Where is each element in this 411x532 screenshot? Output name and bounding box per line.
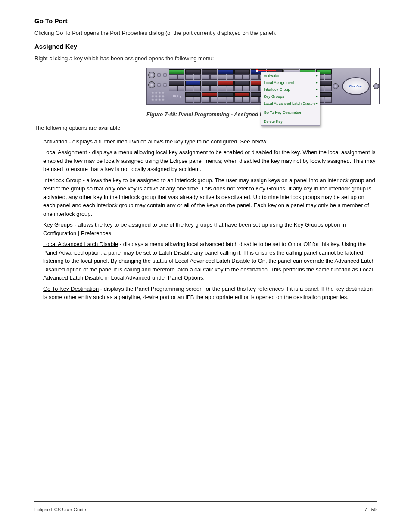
menu-separator — [263, 108, 318, 108]
panel-key[interactable] — [218, 69, 234, 80]
footer-page-number: 7 - 59 — [364, 507, 377, 512]
volume-knob-icon — [333, 83, 339, 89]
definition-item: Activation - displays a further menu whi… — [43, 137, 377, 146]
definition-item: Local Advanced Latch Disable - displays … — [43, 240, 377, 282]
menu-separator — [263, 117, 318, 117]
definition-term: Local Advanced Latch Disable — [43, 241, 118, 247]
talk-button[interactable] — [202, 97, 210, 103]
key-display — [218, 81, 234, 86]
definition-body: - allows the key to be assigned to an in… — [43, 177, 375, 217]
talk-button[interactable] — [234, 86, 243, 91]
definition-body: - displays a further menu which allows t… — [67, 138, 268, 145]
menu-item-local-assignment[interactable]: Local Assignment — [261, 79, 320, 86]
talk-button[interactable] — [169, 74, 177, 80]
talk-button[interactable] — [185, 86, 193, 91]
level-button[interactable] — [243, 74, 250, 80]
jack-icon — [163, 73, 167, 77]
level-button[interactable] — [194, 74, 201, 80]
footer-rule — [34, 501, 377, 502]
level-button[interactable] — [227, 97, 234, 103]
panel-key[interactable] — [185, 81, 201, 91]
panel-key[interactable] — [202, 81, 217, 91]
level-button[interactable] — [194, 97, 201, 103]
panel-device: Reply ActivationLocal AssignmentInterloc… — [146, 68, 371, 105]
key-display — [202, 81, 217, 86]
panel-key[interactable] — [202, 69, 217, 80]
key-display — [185, 92, 201, 97]
paragraph: Right-clicking a key which has been assi… — [34, 54, 377, 63]
key-display — [218, 92, 234, 97]
rack-ear-right — [379, 68, 380, 104]
level-button[interactable] — [227, 86, 234, 91]
definition-body: - displays a menu allowing local key ass… — [43, 149, 376, 172]
panel-key[interactable] — [234, 69, 250, 80]
menu-item-delete-key[interactable]: Delete Key — [261, 118, 320, 125]
talk-button[interactable] — [251, 97, 259, 103]
xlr-connector-icon — [148, 72, 155, 78]
talk-button[interactable] — [202, 86, 210, 91]
heading-go-to-port: Go To Port — [34, 17, 377, 25]
panel-key[interactable] — [234, 81, 250, 91]
talk-button[interactable] — [218, 86, 226, 91]
level-button[interactable] — [210, 97, 217, 103]
talk-button[interactable] — [169, 86, 177, 91]
level-button[interactable] — [194, 86, 201, 91]
level-button[interactable] — [243, 86, 250, 91]
menu-item-activation[interactable]: Activation — [261, 72, 320, 79]
panel-key[interactable] — [218, 92, 234, 103]
jack-icon — [157, 83, 161, 87]
definition-body: - allows the key to be assigned to one o… — [43, 221, 346, 236]
level-button[interactable] — [243, 97, 250, 103]
definition-item: Local Assignment - displays a menu allow… — [43, 148, 377, 174]
definition-term: Activation — [43, 138, 67, 145]
key-display — [169, 69, 184, 74]
paragraph: Clicking Go To Port opens the Port Prope… — [34, 29, 377, 37]
connector-panel — [147, 68, 168, 104]
heading-assigned-key: Assigned Key — [34, 43, 377, 50]
panel-key[interactable] — [234, 92, 250, 103]
figure-panel: Reply ActivationLocal AssignmentInterloc… — [146, 68, 377, 107]
panel-key[interactable] — [185, 92, 201, 103]
paragraph: The following options are available: — [34, 124, 377, 132]
key-display — [185, 81, 201, 86]
level-button[interactable] — [210, 74, 217, 80]
talk-button[interactable] — [234, 97, 243, 103]
menu-item-goto-destination[interactable]: Go To Key Destination — [261, 109, 320, 116]
panel-key[interactable] — [218, 81, 234, 91]
menu-item-key-groups[interactable]: Key Groups — [261, 93, 320, 100]
definition-term: Key Groups — [43, 221, 73, 228]
panel-key[interactable] — [169, 81, 184, 91]
xlr-connector-icon — [148, 81, 155, 88]
talk-button[interactable] — [218, 74, 226, 80]
key-display — [169, 81, 184, 86]
volume-knob-icon — [373, 83, 379, 89]
level-button[interactable] — [177, 86, 184, 91]
talk-button[interactable] — [202, 74, 210, 80]
key-display — [202, 69, 217, 74]
panel-key[interactable] — [202, 92, 217, 103]
definition-item: Key Groups - allows the key to be assign… — [43, 221, 377, 237]
panel-key[interactable] — [185, 69, 201, 80]
talk-button[interactable] — [185, 74, 193, 80]
key-display — [234, 69, 250, 74]
key-display — [218, 69, 234, 74]
talk-button[interactable] — [234, 74, 243, 80]
panel-key[interactable] — [169, 69, 184, 80]
footer-doc-title: Eclipse ECS User Guide — [34, 507, 86, 512]
talk-button[interactable] — [251, 74, 259, 80]
selection-indicator — [257, 70, 276, 71]
talk-button[interactable] — [251, 86, 259, 91]
level-button[interactable] — [325, 74, 332, 80]
level-button[interactable] — [325, 97, 332, 103]
reply-key-label: Reply — [169, 92, 184, 103]
keypad-icon — [151, 91, 165, 101]
menu-item-local-advanced-latch-disable[interactable]: Local Advanced Latch Disable — [261, 100, 320, 107]
level-button[interactable] — [210, 86, 217, 91]
talk-button[interactable] — [218, 97, 226, 103]
level-button[interactable] — [227, 74, 234, 80]
menu-item-interlock-group[interactable]: Interlock Group — [261, 86, 320, 93]
definition-item: Go To Key Destination - displays the Pan… — [43, 285, 377, 302]
level-button[interactable] — [177, 74, 184, 80]
talk-button[interactable] — [185, 97, 193, 103]
level-button[interactable] — [325, 86, 332, 91]
